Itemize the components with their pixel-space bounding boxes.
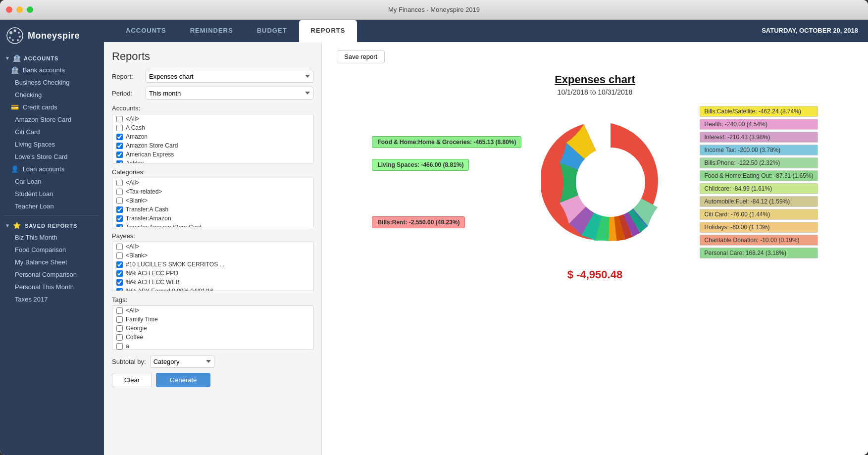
- sidebar-item-lowes-store-card[interactable]: Lowe's Store Card: [0, 151, 104, 163]
- cat-checkbox-transfer-acash[interactable]: [116, 206, 123, 213]
- reports-chart-panel: Save report Expenses chart 10/1/2018 to …: [322, 42, 868, 455]
- chart-legend: Bills:Cable/Satellite: -462.24 (8.74%) H…: [700, 106, 817, 258]
- loan-accounts-label: Loan accounts: [23, 165, 65, 173]
- cat-item-tax: <Tax-related>: [112, 187, 313, 196]
- saved-reports-label: SAVED REPORTS: [25, 223, 77, 229]
- logo-text: Moneyspire: [28, 31, 80, 41]
- svg-point-6: [12, 39, 14, 41]
- sidebar-item-food-comparison[interactable]: Food Comparison: [0, 244, 104, 256]
- cat-checkbox-blank[interactable]: [116, 198, 123, 204]
- payee-checkbox-ach-ecc-ppd[interactable]: [116, 270, 123, 277]
- accounts-section-header[interactable]: ▼ 🏦 ACCOUNTS: [0, 51, 104, 64]
- payee-item-ach-ecc-ppd: %% ACH ECC PPD: [112, 269, 313, 278]
- nav-bar: ACCOUNTS REMINDERS BUDGET REPORTS SATURD…: [104, 20, 868, 42]
- tag-checkbox-coffee[interactable]: [116, 334, 123, 341]
- payee-checkbox-blank[interactable]: [116, 253, 123, 259]
- payee-item-all: <All>: [112, 242, 313, 251]
- sidebar-item-business-checking[interactable]: Business Checking: [0, 76, 104, 89]
- accounts-icon: 🏦: [13, 54, 21, 62]
- legend-personal-care: Personal Care: 168.24 (3.18%): [700, 248, 817, 258]
- period-row: Period: This month Last month This year: [112, 87, 313, 100]
- clear-button[interactable]: Clear: [112, 373, 152, 387]
- minimize-button[interactable]: [16, 6, 23, 13]
- sidebar-item-taxes-2017[interactable]: Taxes 2017: [0, 293, 104, 305]
- sidebar: Moneyspire ▼ 🏦 ACCOUNTS 🏦 Bank accounts …: [0, 20, 104, 455]
- payee-checkbox-lucilles[interactable]: [116, 261, 123, 268]
- cat-checkbox-transfer-amazon-store[interactable]: [116, 224, 123, 228]
- payee-checkbox-ach-ecc-web[interactable]: [116, 279, 123, 286]
- sidebar-item-teacher-loan[interactable]: Teacher Loan: [0, 200, 104, 212]
- report-select[interactable]: Expenses chart Income chart Net worth: [146, 70, 313, 83]
- legend-charitable: Charitable Donation: -10.00 (0.19%): [700, 235, 817, 246]
- label-bills-rent: Bills:Rent: -2,550.00 (48.23%): [372, 216, 521, 228]
- sidebar-item-biz-this-month[interactable]: Biz This Month: [0, 231, 104, 244]
- subtotal-select[interactable]: Category Payee Account: [150, 355, 214, 368]
- sidebar-item-personal-comparison[interactable]: Personal Comparison: [0, 268, 104, 281]
- reports-left-panel: Reports Report: Expenses chart Income ch…: [104, 42, 322, 455]
- sidebar-item-student-loan[interactable]: Student Loan: [0, 188, 104, 200]
- cat-checkbox-all[interactable]: [116, 180, 123, 186]
- account-checkbox-amex[interactable]: [116, 152, 123, 158]
- donut-svg: [541, 113, 680, 252]
- cat-item-blank: <Blank>: [112, 196, 313, 205]
- cat-item-transfer-acash: Transfer:A Cash: [112, 205, 313, 214]
- saved-reports-icon: ⭐: [13, 222, 21, 229]
- accounts-section-label: ACCOUNTS: [24, 55, 58, 61]
- account-checkbox-amazon-store[interactable]: [116, 143, 123, 149]
- sidebar-item-car-loan[interactable]: Car Loan: [0, 175, 104, 188]
- subtotal-row: Subtotal by: Category Payee Account: [112, 355, 313, 368]
- logo-icon: [6, 27, 24, 45]
- save-report-button[interactable]: Save report: [337, 50, 385, 63]
- tag-checkbox-georgie[interactable]: [116, 325, 123, 332]
- sidebar-item-checking[interactable]: Checking: [0, 89, 104, 101]
- subtotal-label: Subtotal by:: [112, 358, 146, 365]
- period-select[interactable]: This month Last month This year: [146, 87, 313, 100]
- account-checkbox-acash[interactable]: [116, 125, 123, 131]
- action-buttons: Clear Generate: [112, 373, 313, 387]
- account-checkbox-all[interactable]: [116, 116, 123, 122]
- payee-checkbox-all[interactable]: [116, 244, 123, 250]
- tab-budget[interactable]: BUDGET: [245, 20, 299, 42]
- tab-reports[interactable]: REPORTS: [299, 20, 357, 42]
- account-checkbox-ashley[interactable]: [116, 160, 123, 164]
- payee-checkbox-apy1[interactable]: [116, 288, 123, 292]
- reports-title: Reports: [112, 50, 313, 63]
- sidebar-item-living-spaces[interactable]: Living Spaces: [0, 138, 104, 151]
- tag-checkbox-a[interactable]: [116, 343, 123, 350]
- account-checkbox-amazon[interactable]: [116, 134, 123, 140]
- maximize-button[interactable]: [27, 6, 33, 13]
- sidebar-item-credit-cards[interactable]: 💳 Credit cards: [0, 101, 104, 113]
- titlebar: My Finances - Moneyspire 2019: [0, 0, 868, 20]
- tab-accounts[interactable]: ACCOUNTS: [114, 20, 178, 42]
- tag-checkbox-all[interactable]: [116, 307, 123, 314]
- sidebar-item-loan-accounts[interactable]: 👤 Loan accounts: [0, 163, 104, 175]
- close-button[interactable]: [6, 6, 12, 13]
- tab-reminders[interactable]: REMINDERS: [178, 20, 245, 42]
- label-food-home-text: Food & Home:Home & Groceries: -465.13 (8…: [372, 136, 521, 148]
- accounts-checkbox-list: <All> A Cash Amazon Amazon Store Card Am…: [112, 114, 313, 163]
- cat-checkbox-transfer-amazon[interactable]: [116, 215, 123, 222]
- account-item-amazon-store: Amazon Store Card: [112, 141, 313, 150]
- tag-item-family: Family Time: [112, 315, 313, 324]
- window-title: My Finances - Moneyspire 2019: [388, 6, 480, 13]
- accounts-triangle: ▼: [5, 55, 10, 61]
- legend-childcare: Childcare: -84.99 (1.61%): [700, 183, 817, 194]
- report-type-row: Report: Expenses chart Income chart Net …: [112, 70, 313, 83]
- sidebar-item-bank-accounts[interactable]: 🏦 Bank accounts: [0, 64, 104, 76]
- tag-checkbox-family[interactable]: [116, 316, 123, 323]
- cat-checkbox-tax[interactable]: [116, 189, 123, 195]
- generate-button[interactable]: Generate: [156, 373, 210, 387]
- chart-area: Food & Home:Home & Groceries: -465.13 (8…: [337, 106, 853, 258]
- saved-reports-section: ▼ ⭐ SAVED REPORTS: [0, 219, 104, 231]
- payee-item-blank: <Blank>: [112, 251, 313, 260]
- legend-income-tax: Income Tax: -200.00 (3.78%): [700, 145, 817, 155]
- bank-accounts-label: Bank accounts: [23, 66, 65, 74]
- sidebar-item-personal-this-month[interactable]: Personal This Month: [0, 281, 104, 293]
- sidebar-item-citi-card[interactable]: Citi Card: [0, 126, 104, 138]
- sidebar-item-my-balance-sheet[interactable]: My Balance Sheet: [0, 256, 104, 268]
- label-living-spaces: Living Spaces: -466.00 (8.81%): [372, 159, 521, 171]
- saved-reports-triangle: ▼: [5, 223, 10, 228]
- tag-item-all: <All>: [112, 306, 313, 315]
- cat-item-transfer-amazon: Transfer:Amazon: [112, 214, 313, 223]
- sidebar-item-amazon-store-card[interactable]: Amazon Store Card: [0, 113, 104, 126]
